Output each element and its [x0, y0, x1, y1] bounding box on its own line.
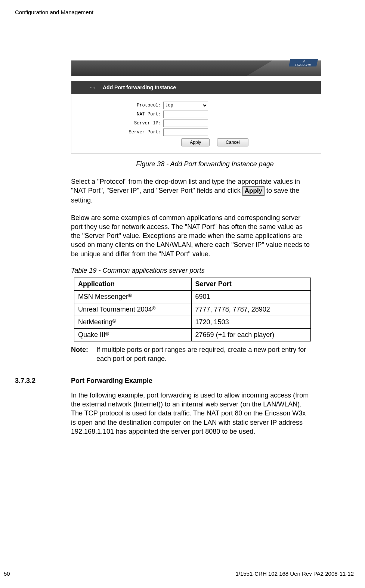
nat-port-input[interactable] [163, 111, 208, 118]
figure-caption: Figure 38 - Add Port forwarding Instance… [60, 160, 350, 168]
note-text: If multiple ports or port ranges are req… [96, 345, 310, 363]
form-area: Protocol: tcp NAT Port: Server IP: Serve… [71, 94, 321, 153]
page-footer: 50 1/1551-CRH 102 168 Uen Rev PA2 2008-1… [4, 570, 354, 577]
th-application: Application [74, 278, 192, 291]
table-row: Quake III® 27669 (+1 for each player) [74, 329, 311, 341]
arrow-icon: ···› [90, 85, 95, 90]
doc-reference: 1/1551-CRH 102 168 Uen Rev PA2 2008-11-1… [235, 570, 354, 577]
note-label: Note: [71, 345, 96, 363]
apply-inline: Apply [242, 186, 265, 196]
paragraph-3: In the following example, port forwardin… [71, 391, 310, 436]
table-row: Unreal Tournament 2004® 7777, 7778, 7787… [74, 303, 311, 316]
paragraph-1: Select a "Protocol" from the drop-down l… [71, 177, 310, 205]
th-server-port: Server Port [191, 278, 310, 291]
server-ip-input[interactable] [163, 120, 208, 127]
protocol-label: Protocol: [71, 103, 161, 108]
cancel-button[interactable]: Cancel [217, 138, 248, 146]
figure-banner: ///ERICSSON [71, 61, 321, 76]
table-header-row: Application Server Port [74, 278, 311, 291]
server-port-input[interactable] [163, 129, 208, 136]
table-caption: Table 19 - Common applications server po… [71, 267, 350, 275]
page-number: 50 [4, 570, 10, 577]
section-heading: 3.7.3.2 Port Forwarding Example [15, 377, 350, 385]
server-ip-label: Server IP: [71, 121, 161, 126]
note: Note: If multiple ports or port ranges a… [71, 345, 310, 363]
panel-header: ···› Add Port forwarding Instance [71, 81, 321, 94]
section-title: Port Forwarding Example [71, 377, 152, 385]
nat-port-label: NAT Port: [71, 112, 161, 117]
applications-table: Application Server Port MSN Messenger® 6… [74, 278, 311, 341]
paragraph-2: Below are some examples of common applic… [71, 213, 310, 259]
figure-screenshot: ///ERICSSON ···› Add Port forwarding Ins… [71, 60, 321, 154]
panel-title: Add Port forwarding Instance [103, 84, 176, 90]
table-row: MSN Messenger® 6901 [74, 291, 311, 303]
table-row: NetMeeting® 1720, 1503 [74, 316, 311, 329]
section-number: 3.7.3.2 [15, 377, 71, 385]
figure-spacer [71, 76, 321, 81]
ericsson-logo-tag: ///ERICSSON [289, 59, 318, 66]
apply-button[interactable]: Apply [181, 138, 210, 146]
server-port-label: Server Port: [71, 130, 161, 135]
running-header: Configuration and Management [15, 9, 350, 15]
protocol-select[interactable]: tcp [163, 102, 208, 109]
